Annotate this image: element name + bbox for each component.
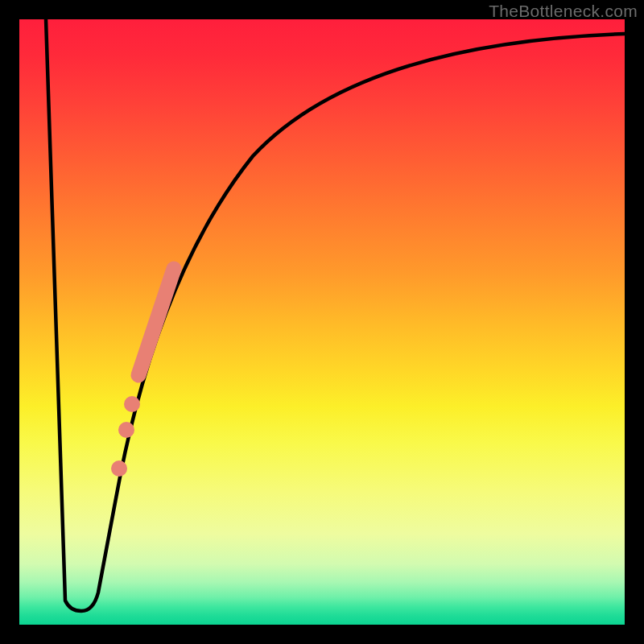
plot-area <box>19 19 625 625</box>
bottleneck-curve-path <box>46 19 625 611</box>
watermark-text: TheBottleneck.com <box>489 2 638 21</box>
highlight-dot <box>124 396 140 412</box>
highlight-dot <box>118 422 134 438</box>
chart-frame: TheBottleneck.com <box>0 0 644 644</box>
highlight-segment <box>138 269 174 375</box>
highlight-dot <box>111 460 127 477</box>
bottleneck-curve <box>19 19 625 625</box>
